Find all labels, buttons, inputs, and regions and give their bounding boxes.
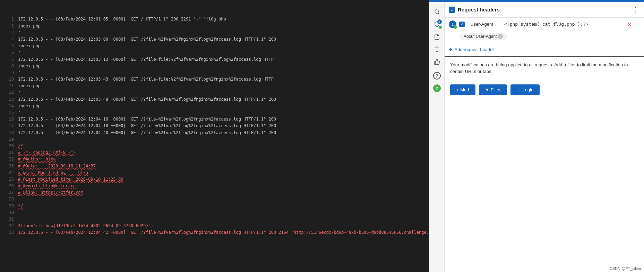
line-number: 7 xyxy=(6,56,14,63)
add-header-label: Add request header xyxy=(455,47,494,52)
code-line: 29*/ xyxy=(6,203,423,209)
filter-button[interactable]: ▼ Filter xyxy=(479,84,507,95)
code-lines: 1172.12.0.5 - - [03/Feb/2024:12:01:05 +0… xyxy=(6,16,423,236)
svg-line-1 xyxy=(438,13,439,14)
about-tag[interactable]: About User-Agent ? xyxy=(460,33,507,40)
panel-header: ✓ Request headers ⋮ xyxy=(445,2,644,18)
line-text: */ xyxy=(18,204,23,208)
add-header-row[interactable]: + Add request header xyxy=(445,43,644,57)
code-line: 3" xyxy=(6,30,423,36)
line-text: # @link: https://ctfer.com xyxy=(18,190,83,195)
line-number: 23 xyxy=(6,163,14,170)
line-text: index.php xyxy=(18,24,41,28)
code-line: 17172.12.0.5 - - [03/Feb/2024:12:04:18 +… xyxy=(6,123,423,129)
line-text: # @Date: 2020-09-16 11:24:37 xyxy=(18,164,96,168)
sort-sidebar-icon[interactable] xyxy=(431,44,443,55)
code-line: 27# @link: https://ctfer.com xyxy=(6,189,423,196)
panel-title: Request headers xyxy=(458,7,632,13)
code-line: 7172.12.0.5 - - [03/Feb/2024:12:03:13 +0… xyxy=(6,56,423,63)
line-number: 32 xyxy=(6,223,14,229)
svg-point-0 xyxy=(435,10,439,14)
search-sidebar-icon[interactable] xyxy=(431,6,443,17)
header-item-more-button[interactable]: ⋮ xyxy=(634,21,640,27)
code-line: 15" xyxy=(6,109,423,116)
document-sidebar-icon[interactable] xyxy=(431,31,443,42)
header-item-name: User-Agent xyxy=(470,22,501,27)
code-line: 26# @email: hlxa@ctfer.com xyxy=(6,183,423,189)
line-number: 14 xyxy=(6,103,14,109)
code-line: 28 xyxy=(6,196,423,203)
line-text: 172.12.0.5 - - [03/Feb/2024:12:03:00 +00… xyxy=(18,37,276,42)
header-item-number: 1 xyxy=(449,20,456,28)
line-number: 31 xyxy=(6,216,14,223)
code-line: 14index.php xyxy=(6,103,423,109)
line-text: $flag="ctfshow{d1e19bc3-1b54-4802-965d-0… xyxy=(18,223,153,228)
line-number: 30 xyxy=(6,209,14,216)
right-panel: 1 ? ? ✓ Request headers xyxy=(429,0,644,272)
code-area: 1172.12.0.5 - - [03/Feb/2024:12:01:05 +0… xyxy=(0,0,429,272)
request-headers-checkbox[interactable]: ✓ xyxy=(449,7,455,13)
line-text: /* xyxy=(18,143,23,148)
line-number: 13 xyxy=(6,96,14,103)
code-line: 30 xyxy=(6,209,423,216)
line-number: 4 xyxy=(6,36,14,43)
shield-badge: 1 xyxy=(437,19,442,24)
header-item-checkbox[interactable]: ✓ xyxy=(459,22,465,27)
thumbup-sidebar-icon[interactable] xyxy=(431,56,443,67)
question-green-sidebar-icon[interactable]: ? xyxy=(431,83,443,94)
line-text: 172.12.0.5 - - [03/Feb/2024:12:03:43 +00… xyxy=(18,77,274,82)
line-number: 8 xyxy=(6,63,14,69)
line-number: 1 xyxy=(6,16,14,23)
line-text: 172.12.0.5 - - [03/Feb/2024:12:04:40 +00… xyxy=(18,130,276,135)
code-line: 18172.12.0.5 - - [03/Feb/2024:12:04:40 +… xyxy=(6,130,423,136)
line-number: 29 xyxy=(6,203,14,209)
code-line: 24# @Last Modified by: hlxa xyxy=(6,170,423,176)
about-row: About User-Agent ? xyxy=(445,31,644,43)
line-text: 172.12.0.5 - - [03/Feb/2024:12:04:16 +00… xyxy=(18,117,276,122)
line-number: 15 xyxy=(6,109,14,116)
line-text: " xyxy=(18,30,20,35)
shield-sidebar-icon[interactable]: 1 xyxy=(431,19,443,30)
line-number: 2 xyxy=(6,23,14,30)
code-line: 33172.12.0.5 - - [03/Feb/2024:12:04:42 +… xyxy=(6,229,423,236)
line-number: 6 xyxy=(6,49,14,56)
line-text: index.php xyxy=(18,104,41,108)
about-question-icon: ? xyxy=(498,34,503,39)
code-line: 4172.12.0.5 - - [03/Feb/2024:12:03:00 +0… xyxy=(6,36,423,43)
line-number: 18 xyxy=(6,130,14,136)
line-text: " xyxy=(18,70,20,75)
line-number: 5 xyxy=(6,43,14,49)
line-number: 19 xyxy=(6,136,14,143)
line-text: index.php xyxy=(18,83,41,88)
code-line: 5index.php xyxy=(6,43,423,49)
code-line: 11index.php xyxy=(6,83,423,89)
code-line: 19 xyxy=(6,136,423,143)
action-buttons: + Mod ▼ Filter → Login xyxy=(445,80,644,99)
line-text: 172.12.0.5 - - [03/Feb/2024:12:04:42 +00… xyxy=(18,230,429,235)
line-number: 17 xyxy=(6,123,14,129)
watermark: CSDN @PT_silver xyxy=(610,266,641,271)
line-text: 172.12.0.5 - - [03/Feb/2024:12:01:05 +00… xyxy=(18,17,226,22)
line-text: # @email: hlxa@ctfer.com xyxy=(18,183,78,188)
line-text: index.php xyxy=(18,43,41,48)
line-number: 33 xyxy=(6,229,14,236)
mod-button[interactable]: + Mod xyxy=(450,84,475,95)
header-item-delete-button[interactable]: ✕ xyxy=(628,20,632,28)
line-number: 28 xyxy=(6,196,14,203)
code-line: 9" xyxy=(6,69,423,76)
line-text: index.php xyxy=(18,64,41,68)
line-number: 11 xyxy=(6,83,14,89)
panel-content: ✓ Request headers ⋮ 1 ✓ User-Agent <?php… xyxy=(445,2,644,272)
line-number: 26 xyxy=(6,183,14,189)
line-number: 22 xyxy=(6,156,14,163)
question-sidebar-icon[interactable]: ? xyxy=(431,70,443,81)
login-button[interactable]: → Login xyxy=(510,84,540,95)
panel-more-button[interactable]: ⋮ xyxy=(632,6,640,14)
code-line: 10172.12.0.5 - - [03/Feb/2024:12:03:43 +… xyxy=(6,76,423,83)
line-number: 12 xyxy=(6,89,14,96)
code-line: 2index.php xyxy=(6,23,423,30)
line-text: 172.12.0.5 - - [03/Feb/2024:12:03:48 +00… xyxy=(18,97,276,102)
line-text: # @Last Modified time: 2020-09-16 11:25:… xyxy=(18,177,123,182)
info-text: Your modifications are being applied to … xyxy=(450,62,628,74)
line-text: " xyxy=(18,50,20,55)
